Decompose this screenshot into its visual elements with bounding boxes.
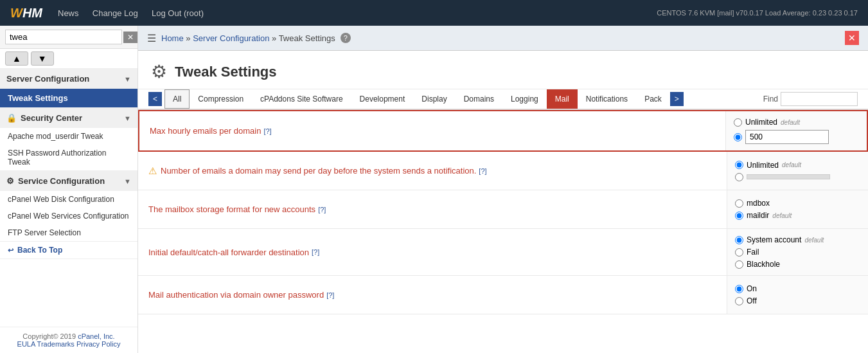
per-day-disabled-input — [747, 174, 830, 179]
setting-label-text-mailbox-format: The mailbox storage format for new accou… — [148, 204, 315, 214]
page-title: Tweak Settings — [175, 64, 277, 80]
top-nav: News Change Log Log Out (root) — [58, 8, 215, 18]
breadcrumb-sep2: » — [272, 33, 279, 43]
max-hourly-input[interactable] — [745, 130, 829, 144]
sidebar-section-security: 🔒 Security Center ▼ Apache mod_userdir T… — [0, 108, 137, 171]
tabs-bar: < All Compression cPAddons Site Software… — [138, 89, 868, 110]
sidebar-section-server-config-header[interactable]: Server Configuration ▼ — [0, 69, 137, 89]
tab-display[interactable]: Display — [413, 89, 455, 109]
radio-value-per-day[interactable] — [735, 173, 743, 181]
tab-mail[interactable]: Mail — [547, 89, 578, 109]
radio-maildir[interactable] — [735, 212, 743, 220]
tab-notifications[interactable]: Notifications — [578, 89, 636, 109]
search-input[interactable]: twea — [5, 30, 122, 44]
sidebar-section-security-header[interactable]: 🔒 Security Center ▼ — [0, 108, 137, 128]
sidebar-active-item-tweak-settings[interactable]: Tweak Settings — [0, 89, 137, 107]
setting-value-catchall: System account default Fail Blackhole — [727, 229, 868, 275]
setting-value-mailbox-format: mdbox maildir default — [727, 190, 868, 228]
help-link-catchall[interactable]: [?] — [312, 248, 319, 256]
breadcrumb-left: ☰ Home » Server Configuration » Tweak Se… — [147, 32, 351, 44]
radio-mdbox[interactable] — [735, 199, 743, 208]
tab-cpaddons[interactable]: cPAddons Site Software — [252, 89, 351, 109]
radio-off[interactable] — [735, 297, 743, 305]
setting-row-catchall: Initial default/catch-all forwarder dest… — [138, 229, 868, 276]
lock-icon: 🔒 — [6, 113, 17, 123]
copyright-text: Copyright© 2019 — [22, 332, 76, 340]
sidebar-item-ssh-password[interactable]: SSH Password Authorization Tweak — [0, 145, 137, 170]
sidebar-item-web-disk[interactable]: cPanel Web Disk Configuration — [0, 191, 137, 208]
warning-icon: ⚠ — [148, 165, 157, 177]
trademarks-link[interactable]: Trademarks — [37, 340, 75, 348]
radio-row-value-per-day — [735, 173, 860, 181]
tab-domains[interactable]: Domains — [456, 89, 502, 109]
setting-row-max-hourly: Max hourly emails per domain [?] Unlimit… — [138, 110, 868, 152]
radio-row-off: Off — [735, 296, 860, 305]
sidebar-back-to-top[interactable]: Back To Top — [0, 242, 137, 258]
sidebar-search-area: twea ✕ — [0, 26, 137, 49]
radio-label-system-account: System account — [747, 235, 801, 244]
sidebar-item-ftp-server[interactable]: FTP Server Selection — [0, 224, 137, 241]
radio-label-unlimited-hourly: Unlimited — [745, 118, 777, 127]
topbar: WHM News Change Log Log Out (root) CENTO… — [0, 0, 868, 26]
sidebar-up-button[interactable]: ▲ — [5, 51, 28, 66]
sidebar-item-web-services[interactable]: cPanel Web Services Configuration — [0, 208, 137, 224]
setting-value-emails-per-day: Unlimited default — [727, 152, 868, 190]
sidebar-section-server-config-label: Server Configuration — [6, 74, 89, 84]
sidebar-section-server-config: Server Configuration ▼ Tweak Settings — [0, 69, 137, 108]
cpanel-link[interactable]: cPanel, Inc. — [78, 332, 114, 340]
radio-unlimited-hourly[interactable] — [734, 118, 742, 127]
help-link-mailbox-format[interactable]: [?] — [318, 206, 326, 213]
hamburger-icon[interactable]: ☰ — [147, 32, 156, 44]
breadcrumb: Home » Server Configuration » Tweak Sett… — [161, 33, 335, 43]
sidebar-section-security-label: Security Center — [21, 113, 82, 123]
help-link-mail-auth[interactable]: [?] — [326, 291, 334, 299]
settings-area: Max hourly emails per domain [?] Unlimit… — [138, 110, 868, 353]
help-link-max-hourly[interactable]: [?] — [263, 127, 271, 135]
radio-row-on: On — [735, 284, 860, 293]
radio-system-account[interactable] — [735, 236, 743, 244]
radio-row-value-hourly — [734, 130, 859, 144]
tab-scroll-left-button[interactable]: < — [148, 92, 162, 106]
nav-news[interactable]: News — [58, 8, 79, 18]
page-header: ⚙ Tweak Settings — [138, 51, 868, 89]
privacy-link[interactable]: Privacy Policy — [76, 340, 120, 348]
tab-compression[interactable]: Compression — [190, 89, 252, 109]
radio-label-off: Off — [747, 296, 757, 305]
setting-value-mail-auth: On Off — [727, 276, 868, 314]
find-area: Find — [763, 92, 858, 106]
breadcrumb-home[interactable]: Home — [161, 33, 184, 43]
sidebar-section-service-config-header[interactable]: ⚙ Service Configuration ▼ — [0, 171, 137, 191]
tab-all[interactable]: All — [164, 89, 190, 109]
breadcrumb-page: Tweak Settings — [279, 33, 335, 43]
sidebar-down-button[interactable]: ▼ — [31, 51, 54, 66]
search-clear-button[interactable]: ✕ — [123, 32, 137, 43]
tab-pack[interactable]: Pack — [636, 89, 670, 109]
radio-label-unlimited-per-day: Unlimited — [747, 161, 779, 170]
radio-label-on: On — [747, 284, 757, 293]
radio-fail[interactable] — [735, 248, 743, 257]
radio-label-mdbox: mdbox — [747, 199, 770, 208]
radio-blackhole[interactable] — [735, 260, 743, 269]
tab-scroll-right-button[interactable]: > — [670, 92, 684, 106]
tab-logging[interactable]: Logging — [502, 89, 547, 109]
sidebar-item-mod-userdir[interactable]: Apache mod_userdir Tweak — [0, 128, 137, 145]
setting-value-max-hourly: Unlimited default — [725, 111, 867, 150]
close-button[interactable]: ✕ — [845, 31, 859, 45]
chevron-down-icon: ▼ — [124, 114, 131, 122]
eula-link[interactable]: EULA — [17, 340, 35, 348]
nav-changelog[interactable]: Change Log — [93, 8, 138, 18]
breadcrumb-section[interactable]: Server Configuration — [193, 33, 269, 43]
help-icon[interactable]: ? — [341, 33, 351, 43]
nav-logout[interactable]: Log Out (root) — [152, 8, 204, 18]
find-input[interactable] — [781, 92, 858, 106]
radio-label-fail: Fail — [747, 248, 759, 257]
setting-label-mail-auth: Mail authentication via domain owner pas… — [138, 276, 727, 314]
setting-label-text-max-hourly: Max hourly emails per domain — [150, 126, 261, 136]
tab-development[interactable]: Development — [351, 89, 414, 109]
radio-value-hourly[interactable] — [734, 133, 742, 141]
radio-unlimited-per-day[interactable] — [735, 161, 743, 169]
radio-row-unlimited-per-day: Unlimited default — [735, 161, 860, 170]
help-link-emails-per-day[interactable]: [?] — [479, 167, 486, 175]
sidebar-section-back: Back To Top — [0, 242, 137, 259]
radio-on[interactable] — [735, 285, 743, 293]
